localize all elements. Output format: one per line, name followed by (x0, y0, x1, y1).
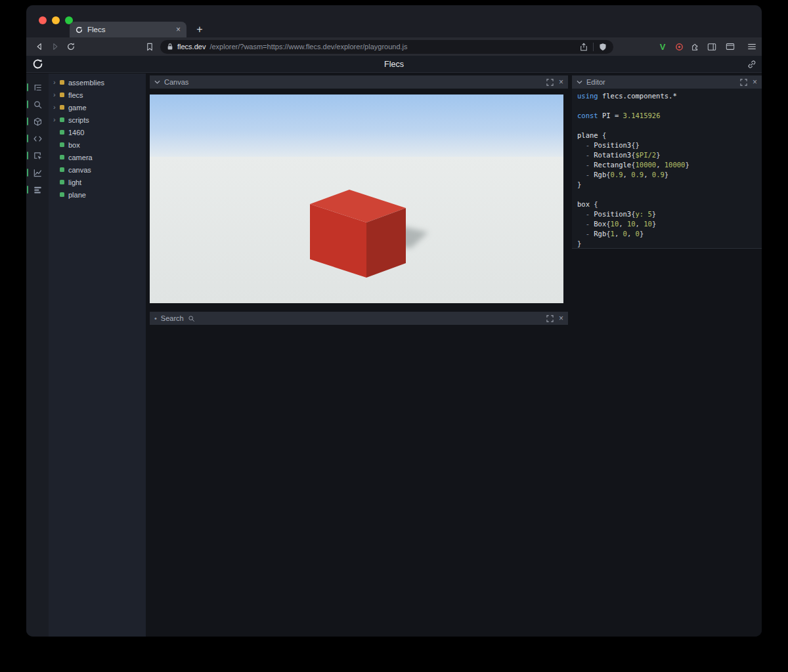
code-line (577, 101, 762, 111)
rows-icon[interactable] (26, 181, 49, 198)
entity-kind-icon (60, 130, 64, 135)
entity-kind-icon (60, 180, 64, 184)
canvas-viewport[interactable] (150, 94, 563, 303)
tab-favicon (76, 26, 83, 33)
entity-kind-icon (60, 192, 64, 197)
tree-item-label: canvas (68, 166, 91, 174)
address-bar[interactable]: flecs.dev/explorer/?wasm=https://www.fle… (160, 40, 613, 54)
tree-item-label: light (68, 178, 81, 186)
tree-item-label: box (68, 141, 80, 149)
canvas-panel-header[interactable]: Canvas × (150, 75, 568, 89)
forward-button[interactable] (47, 39, 63, 54)
3d-scene (150, 94, 563, 303)
bookmark-icon[interactable] (142, 39, 158, 54)
extensions-puzzle-icon[interactable] (688, 39, 703, 54)
entity-kind-icon (60, 142, 64, 147)
code-line (577, 190, 762, 200)
tree-icon[interactable] (26, 79, 49, 96)
back-button[interactable] (32, 39, 47, 54)
code-line: - Rgb{0.9, 0.9, 0.9} (577, 170, 762, 180)
cube-icon[interactable] (26, 113, 49, 130)
tree-item-label: assemblies (68, 79, 104, 87)
entity-kind-icon (60, 105, 64, 110)
expand-icon[interactable] (546, 315, 554, 322)
tree-item-canvas[interactable]: canvas (49, 163, 146, 176)
browser-toolbar: flecs.dev/explorer/?wasm=https://www.fle… (26, 37, 762, 56)
tree-item-label: scripts (68, 116, 89, 124)
code-line: box { (577, 200, 762, 209)
close-window-button[interactable] (39, 16, 47, 24)
sky (150, 94, 563, 160)
tree-item-label: camera (68, 154, 93, 161)
divider (593, 43, 594, 51)
tree-item-label: game (68, 104, 87, 112)
code-line: using flecs.components.* (577, 91, 762, 101)
editor-panel-header[interactable]: Editor × (572, 75, 762, 89)
inspect-icon[interactable] (26, 147, 49, 164)
chevron-down-icon[interactable] (577, 80, 582, 84)
entity-kind-icon (60, 167, 64, 172)
search-icon[interactable] (26, 96, 49, 113)
chevron-down-icon[interactable] (154, 80, 160, 84)
tree-item-1460[interactable]: 1460 (49, 126, 146, 138)
close-icon[interactable]: × (559, 78, 563, 86)
minimize-window-button[interactable] (52, 16, 60, 24)
entity-tree: ›assemblies›flecs›game›scripts1460boxcam… (49, 74, 146, 637)
window-controls (39, 16, 73, 24)
recorder-icon[interactable] (672, 39, 686, 54)
new-tab-button[interactable]: + (192, 22, 208, 37)
code-line: plane { (577, 131, 762, 140)
code-line: } (577, 180, 762, 190)
tree-item-label: 1460 (68, 129, 84, 136)
chart-icon[interactable] (26, 164, 49, 181)
close-icon[interactable]: × (753, 78, 757, 86)
entity-kind-icon (60, 93, 64, 97)
tree-item-flecs[interactable]: ›flecs (49, 89, 146, 101)
code-line: - Position3{} (577, 140, 762, 150)
editor-code[interactable]: using flecs.components.* const PI = 3.14… (572, 89, 762, 249)
search-panel-title: Search (161, 314, 184, 322)
expand-arrow-icon[interactable]: › (53, 116, 60, 123)
tab-title: Flecs (87, 26, 171, 33)
code-icon[interactable] (26, 130, 49, 147)
expand-arrow-icon[interactable]: › (53, 91, 60, 98)
menu-button[interactable] (745, 39, 759, 54)
link-icon[interactable] (747, 60, 756, 69)
browser-window: Flecs × + flecs.dev/explorer/?wasm=https… (26, 5, 762, 637)
tree-item-label: plane (68, 191, 86, 199)
extension-vimium[interactable]: V (655, 39, 670, 54)
editor-panel-title: Editor (586, 78, 736, 86)
expand-arrow-icon[interactable]: › (53, 79, 60, 86)
content-area: Canvas × (146, 74, 762, 637)
expand-icon[interactable] (546, 79, 554, 86)
tree-item-box[interactable]: box (49, 138, 146, 151)
expand-icon[interactable] (740, 79, 747, 86)
code-line: - Rectangle{10000, 10000} (577, 160, 762, 170)
tree-item-plane[interactable]: plane (49, 188, 146, 201)
shield-icon[interactable] (599, 43, 607, 51)
collapsed-bullet-icon: • (154, 314, 157, 322)
close-icon[interactable]: × (559, 314, 563, 322)
canvas-panel-title: Canvas (164, 78, 542, 86)
reload-button[interactable] (63, 39, 79, 54)
magnifier-icon (188, 315, 195, 322)
tree-item-assemblies[interactable]: ›assemblies (49, 76, 146, 89)
wallet-icon[interactable] (723, 39, 737, 54)
tree-item-label: flecs (68, 91, 83, 99)
tree-item-scripts[interactable]: ›scripts (49, 114, 146, 126)
tab-close-icon[interactable]: × (176, 25, 181, 34)
share-icon[interactable] (580, 43, 588, 51)
browser-tab[interactable]: Flecs × (70, 22, 186, 37)
url-domain: flecs.dev (177, 43, 206, 51)
code-line: const PI = 3.1415926 (577, 111, 762, 121)
tree-item-game[interactable]: ›game (49, 101, 146, 114)
search-panel-header[interactable]: • Search × (150, 312, 568, 325)
lock-icon (167, 43, 173, 51)
tree-item-light[interactable]: light (49, 176, 146, 188)
tree-item-camera[interactable]: camera (49, 151, 146, 163)
app-main: ›assemblies›flecs›game›scripts1460boxcam… (26, 74, 762, 637)
expand-arrow-icon[interactable]: › (53, 104, 60, 111)
sidebar-toggle-icon[interactable] (705, 39, 719, 54)
app-sidebar (26, 74, 49, 637)
url-path: /explorer/?wasm=https://www.flecs.dev/ex… (209, 43, 576, 51)
